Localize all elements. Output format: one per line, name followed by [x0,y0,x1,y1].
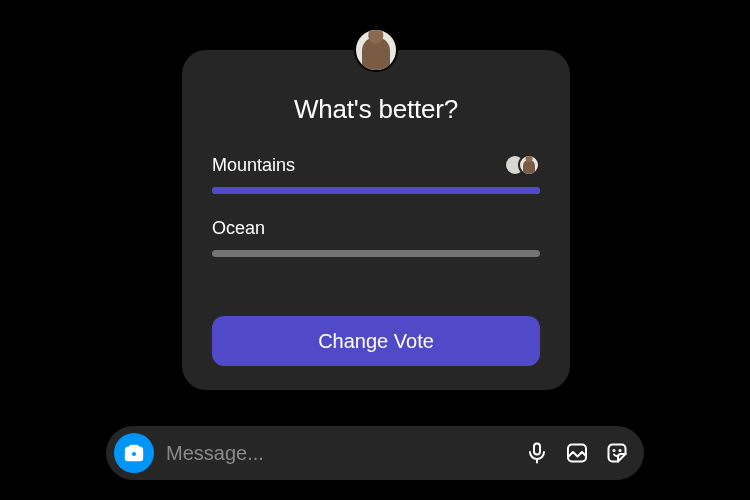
poll-option-bar [212,187,540,194]
poll-title: What's better? [212,94,540,125]
poll-option[interactable]: Ocean [212,216,540,257]
poll-option-label: Mountains [212,155,295,176]
message-input[interactable] [166,442,512,465]
change-vote-button[interactable]: Change Vote [212,316,540,366]
camera-button[interactable] [114,433,154,473]
voter-avatar [518,154,540,176]
camera-icon [121,440,147,466]
poll-option-label: Ocean [212,218,265,239]
svg-point-0 [131,451,137,457]
poll-card: What's better? Mountains Ocean Cha [182,50,570,390]
poll-author-avatar[interactable] [354,28,398,72]
svg-rect-1 [534,444,540,455]
svg-point-3 [613,450,614,451]
svg-point-4 [619,450,620,451]
sticker-icon[interactable] [604,440,630,466]
poll-option[interactable]: Mountains [212,153,540,194]
poll-option-bar [212,250,540,257]
image-icon[interactable] [564,440,590,466]
microphone-icon[interactable] [524,440,550,466]
message-composer [106,426,644,480]
poll-option-voters [512,154,540,176]
poll-option-bar-fill [212,187,540,194]
